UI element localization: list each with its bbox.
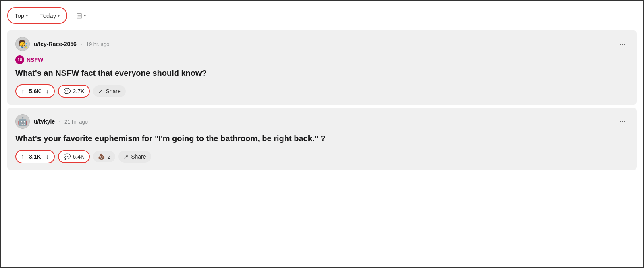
post-header-2: 🤖 u/tvkyle · 21 hr. ago ···	[15, 114, 629, 129]
upvote-icon-1	[21, 88, 24, 94]
sort-top-chevron: ▾	[26, 13, 28, 18]
comment-count-2: 6.4K	[73, 153, 85, 160]
vote-group-2: 3.1K	[15, 150, 55, 163]
sort-top-label: Top	[15, 12, 24, 19]
username-2[interactable]: u/tvkyle	[34, 118, 55, 125]
post-header-1: 🧑‍🎨 u/Icy-Race-2056 · 19 hr. ago ···	[15, 37, 629, 51]
comment-icon-2	[64, 153, 71, 160]
toolbar: Top ▾ Today ▾ ⊟ ▾	[7, 7, 637, 24]
upvote-button-1[interactable]	[19, 87, 26, 96]
post-actions-1: 5.6K 2.7K Share	[15, 84, 629, 98]
sort-time-button[interactable]: Today ▾	[35, 10, 65, 21]
sort-time-chevron: ▾	[58, 13, 60, 18]
sep-dot-2: ·	[59, 118, 60, 125]
award-count-2: 2	[107, 153, 110, 160]
layout-button[interactable]: ⊟ ▾	[72, 10, 90, 22]
avatar-1: 🧑‍🎨	[15, 37, 30, 51]
share-label-2: Share	[131, 153, 146, 160]
layout-chevron: ▾	[84, 13, 86, 18]
comment-button-1[interactable]: 2.7K	[58, 85, 90, 98]
downvote-icon-2	[46, 153, 49, 160]
layout-icon: ⊟	[76, 11, 82, 20]
sort-time-label: Today	[40, 12, 56, 19]
upvote-count-1: 5.6K	[27, 88, 43, 94]
sort-divider	[34, 12, 34, 20]
vote-group-1: 5.6K	[15, 84, 55, 98]
post-title-2: What's your favorite euphemism for "I'm …	[15, 133, 629, 144]
posts-container: 🧑‍🎨 u/Icy-Race-2056 · 19 hr. ago ··· 18 …	[7, 30, 637, 173]
post-title-1: What's an NSFW fact that everyone should…	[15, 67, 629, 79]
share-label-1: Share	[106, 88, 120, 94]
nsfw-label-1: NSFW	[27, 57, 43, 63]
upvote-icon-2	[21, 153, 24, 160]
downvote-button-2[interactable]	[44, 152, 51, 161]
post-card-2: 🤖 u/tvkyle · 21 hr. ago ··· What's your …	[7, 108, 637, 170]
comment-icon-1	[64, 88, 71, 94]
comment-count-1: 2.7K	[73, 88, 85, 94]
nsfw-icon-1: 18	[15, 55, 24, 64]
downvote-button-1[interactable]	[44, 87, 51, 96]
upvote-count-2: 3.1K	[27, 153, 43, 160]
share-button-2[interactable]: Share	[118, 151, 151, 163]
share-button-1[interactable]: Share	[93, 85, 125, 97]
post-meta-1: 🧑‍🎨 u/Icy-Race-2056 · 19 hr. ago	[15, 37, 110, 51]
comment-button-2[interactable]: 6.4K	[58, 150, 90, 163]
timestamp-2: 21 hr. ago	[64, 119, 88, 125]
sort-group: Top ▾ Today ▾	[7, 7, 67, 24]
timestamp-1: 19 hr. ago	[86, 41, 110, 47]
post-meta-2: 🤖 u/tvkyle · 21 hr. ago	[15, 114, 88, 129]
downvote-icon-1	[46, 88, 49, 94]
username-1[interactable]: u/Icy-Race-2056	[34, 41, 77, 47]
avatar-2: 🤖	[15, 114, 30, 129]
share-icon-1	[98, 88, 103, 95]
share-icon-2	[123, 153, 129, 160]
post-actions-2: 3.1K 6.4K 2 Share	[15, 150, 629, 163]
nsfw-badge-1: 18 NSFW	[15, 55, 629, 64]
upvote-button-2[interactable]	[19, 152, 26, 161]
post-card-1: 🧑‍🎨 u/Icy-Race-2056 · 19 hr. ago ··· 18 …	[7, 30, 637, 105]
sep-dot-1: ·	[81, 41, 82, 47]
sort-top-button[interactable]: Top ▾	[10, 10, 33, 21]
more-button-2[interactable]: ···	[616, 116, 629, 128]
award-icon-2	[98, 153, 105, 160]
more-button-1[interactable]: ···	[616, 38, 629, 50]
award-button-2[interactable]: 2	[93, 151, 115, 162]
